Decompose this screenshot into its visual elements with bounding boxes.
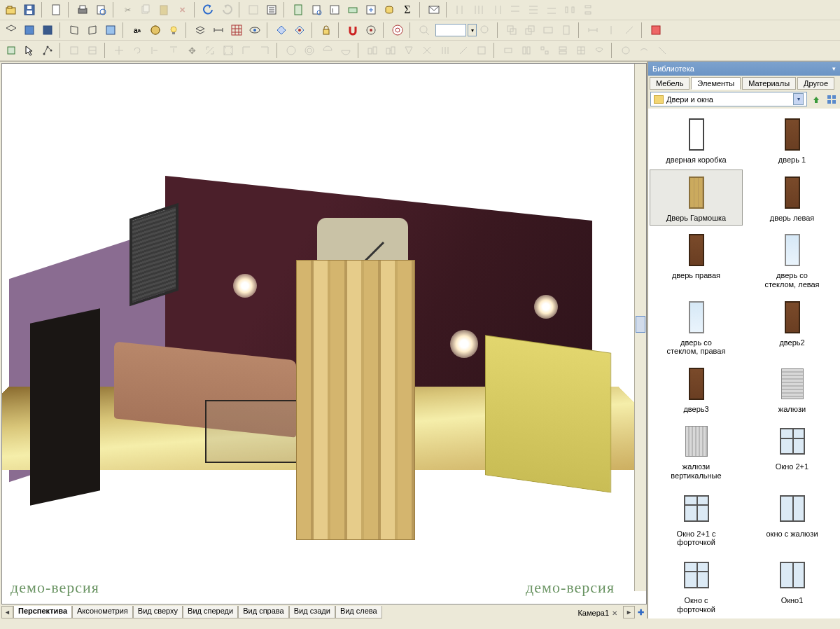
bill-icon[interactable] — [344, 1, 361, 18]
svg-point-85 — [47, 46, 49, 48]
library-item-11[interactable]: Окно 2+1 — [746, 418, 839, 483]
tool-node-icon[interactable] — [39, 42, 56, 59]
calc-icon[interactable] — [290, 1, 307, 18]
library-up-icon[interactable] — [810, 93, 822, 106]
view-right-icon[interactable] — [84, 22, 101, 39]
vertical-scrollbar[interactable] — [634, 64, 646, 591]
view-left-icon[interactable] — [66, 22, 83, 39]
eye-icon[interactable] — [246, 22, 263, 39]
view-tab-1[interactable]: Аксонометрия — [72, 606, 133, 618]
library-item-2[interactable]: Дверь Гармошка — [650, 170, 743, 226]
view-iso-icon[interactable] — [3, 22, 20, 39]
dimension-icon[interactable] — [210, 22, 227, 39]
snap-diamond-icon[interactable] — [273, 22, 290, 39]
library-item-14[interactable]: Окно с форточкой — [650, 552, 743, 617]
text-tool-icon[interactable]: aa — [129, 22, 146, 39]
library-item-3[interactable]: дверь левая — [746, 170, 839, 226]
svg-rect-46 — [43, 26, 52, 34]
spec-icon[interactable]: I — [326, 1, 343, 18]
export-icon[interactable] — [363, 1, 379, 18]
library-item-8[interactable]: дверь3 — [650, 361, 743, 417]
svg-point-62 — [298, 29, 301, 32]
mail-icon[interactable] — [426, 1, 442, 18]
add-view-icon[interactable]: ✚ — [635, 606, 647, 618]
svg-point-61 — [253, 29, 256, 32]
library-tab-3[interactable]: Другое — [797, 77, 834, 90]
print-icon[interactable] — [74, 1, 91, 18]
library-item-9[interactable]: жалюзи — [746, 361, 839, 417]
svg-point-86 — [50, 50, 52, 52]
library-item-13[interactable]: окно с жалюзи — [746, 485, 839, 551]
library-title-text: Библиотека — [652, 64, 694, 73]
library-title-bar[interactable]: Библиотека ▾ — [648, 62, 840, 76]
target-icon[interactable] — [363, 22, 379, 39]
view-tab-2[interactable]: Вид сверху — [133, 606, 183, 618]
tool-build-icon[interactable] — [3, 42, 20, 59]
join-2-icon — [518, 42, 535, 59]
library-item-10[interactable]: жалюзи вертикальные — [650, 418, 743, 483]
view-tab-3[interactable]: Вид спереди — [183, 606, 238, 618]
sigma-icon[interactable]: Σ — [399, 1, 416, 18]
svg-line-106 — [460, 47, 467, 54]
lock-icon[interactable] — [318, 22, 335, 39]
library-tab-2[interactable]: Материалы — [742, 77, 796, 90]
save-icon[interactable] — [21, 1, 38, 18]
properties-icon[interactable] — [263, 1, 280, 18]
view-back-icon[interactable] — [39, 22, 56, 39]
tool-select-icon[interactable] — [21, 42, 38, 59]
library-item-5[interactable]: дверь со стеклом, левая — [746, 227, 839, 292]
demo-watermark-left: демо-версия — [10, 579, 99, 597]
view-front-icon[interactable] — [21, 22, 38, 39]
snap-point-icon[interactable] — [291, 22, 308, 39]
view-tab-6[interactable]: Вид слева — [335, 606, 382, 618]
cut-icon: ✂ — [119, 1, 136, 18]
layers-icon[interactable] — [192, 22, 209, 39]
dropdown-icon[interactable]: ▾ — [793, 93, 804, 105]
viewport-canvas[interactable]: демо-версия демо-версия — [1, 63, 647, 604]
library-tab-1[interactable]: Элементы — [691, 77, 741, 90]
open-icon[interactable] — [3, 1, 20, 18]
library-item-15[interactable]: Окно1 — [746, 552, 839, 617]
library-item-label: дверь2 — [779, 338, 804, 347]
lifebuoy-icon[interactable] — [389, 22, 406, 39]
collapse-icon[interactable]: ▾ — [832, 65, 836, 72]
report-icon[interactable] — [308, 1, 325, 18]
render-icon[interactable] — [648, 22, 664, 39]
library-item-4[interactable]: дверь правая — [650, 227, 743, 292]
viewport-area: демо-версия демо-версия ◄ ПерспективаАкс… — [0, 62, 647, 618]
undo-icon[interactable] — [200, 1, 217, 18]
library-item-7[interactable]: дверь2 — [746, 294, 839, 359]
db-icon[interactable] — [381, 1, 398, 18]
extra-1-icon — [617, 42, 634, 59]
scroll-right-icon[interactable]: ► — [623, 606, 635, 618]
camera-tab[interactable]: Камера1✕ — [575, 606, 620, 618]
library-grid-icon[interactable] — [825, 93, 838, 106]
dim-v-icon — [603, 22, 620, 39]
view-tab-0[interactable]: Перспектива — [13, 606, 72, 618]
library-item-0[interactable]: дверная коробка — [650, 111, 743, 168]
library-item-label: дверь 1 — [778, 155, 806, 165]
zoom-dropdown-icon[interactable]: ▾ — [468, 24, 477, 36]
library-tab-0[interactable]: Мебель — [650, 77, 690, 90]
zoom-input[interactable] — [435, 24, 466, 36]
library-grid[interactable]: дверная коробкадверь 1Дверь Гармошкадвер… — [648, 109, 840, 618]
material-icon[interactable] — [147, 22, 164, 39]
library-item-12[interactable]: Окно 2+1 с форточкой — [650, 485, 743, 551]
move-1-icon — [111, 42, 127, 59]
zoom2-icon — [477, 22, 493, 39]
light-icon[interactable] — [165, 22, 182, 39]
scroll-left-icon[interactable]: ◄ — [1, 606, 13, 618]
library-item-1[interactable]: дверь 1 — [746, 111, 839, 168]
library-item-6[interactable]: дверь со стеклом, правая — [650, 294, 743, 359]
view-tab-5[interactable]: Вид сзади — [289, 606, 335, 618]
new-doc-icon[interactable] — [48, 1, 64, 18]
svg-line-81 — [626, 27, 633, 34]
camera-close-icon[interactable]: ✕ — [612, 609, 617, 617]
view-tab-4[interactable]: Вид справа — [238, 606, 289, 618]
library-folder-combo[interactable]: Двери и окна ▾ — [650, 92, 807, 106]
view-top-icon[interactable] — [102, 22, 119, 39]
magnet-icon[interactable] — [344, 22, 361, 39]
print-preview-icon[interactable] — [92, 1, 109, 18]
grid-icon[interactable] — [228, 22, 245, 39]
scene-window-blind — [130, 203, 178, 307]
